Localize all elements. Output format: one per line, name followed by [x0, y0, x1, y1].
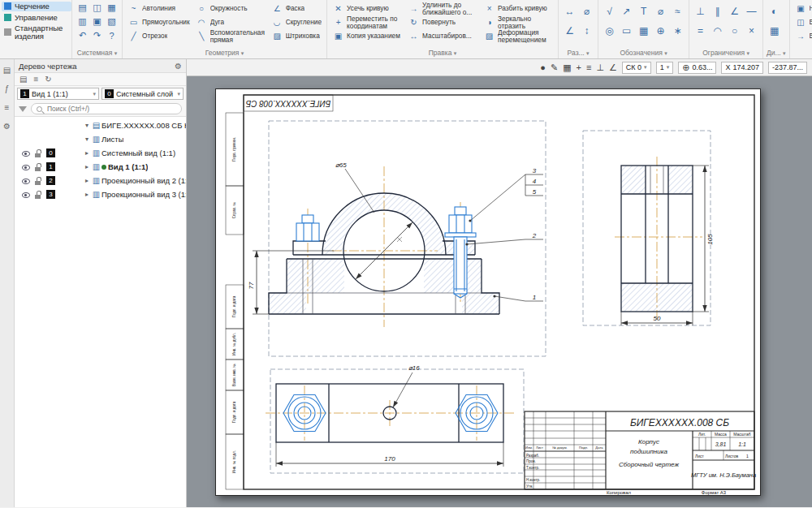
open-document-icon[interactable]: ◫ [90, 2, 104, 14]
dim-170[interactable]: 170 [384, 455, 395, 463]
y-coordinate-field[interactable]: -237.87... [768, 62, 807, 74]
tree-item-view-1[interactable]: 1 ▸ ▥ Вид 1 (1:1) [15, 160, 186, 174]
ribbon-item-scale[interactable]: ↔Масштабиров... [406, 29, 479, 43]
perpendicular-icon[interactable]: ⊥ [693, 2, 708, 20]
angle-snap-icon[interactable]: ∠ [609, 62, 617, 73]
dim-d65[interactable]: ⌀65 [335, 161, 347, 169]
callout-5[interactable]: 5 [533, 188, 537, 196]
drawing-canvas[interactable]: БИГЕ.XXXXXX.008 СБ Перв. примен. Справ. … [215, 88, 761, 496]
ribbon-item-trim-curve[interactable]: ✕Усечь кривую [330, 2, 404, 15]
equal-icon[interactable]: = [693, 21, 708, 40]
title-block[interactable]: БИГЕХХХХХХ.008 СБ Корпус подшипника Сбор… [525, 411, 756, 495]
expander-icon[interactable]: ▸ [83, 177, 91, 184]
leader-icon[interactable]: ↗ [619, 2, 634, 20]
ribbon-item-split-curve[interactable]: ×Разбить кривую [482, 2, 555, 15]
tab-management[interactable]: Управление [2, 13, 71, 23]
tree-item-projection-view-2[interactable]: 2 ▸ ▥ Проекционный вид 2 (1:1 [15, 174, 186, 187]
ribbon-item-view-from-model[interactable]: ◫Вид с модели... [793, 15, 812, 29]
visibility-eye-icon[interactable] [22, 191, 30, 198]
layers-icon[interactable]: ≡ [586, 62, 591, 72]
ribbon-item-new-view[interactable]: ▣Новый вид [793, 2, 812, 15]
callout-2[interactable]: 2 [532, 232, 537, 239]
datum-icon[interactable]: ◎ [602, 21, 617, 40]
measure-icon[interactable]: ◐ [767, 2, 782, 20]
drawing-sheet[interactable]: БИГЕ.XXXXXX.008 СБ Перв. примен. Справ. … [215, 88, 761, 496]
expander-icon[interactable]: ▾ [83, 136, 91, 143]
undo-icon[interactable]: ↶ [76, 29, 89, 41]
help-icon[interactable]: ? [105, 29, 119, 41]
grid-icon[interactable]: ▦ [563, 62, 571, 73]
tab-drawing[interactable]: Черчение [2, 2, 71, 11]
fix-icon[interactable]: × [744, 21, 759, 40]
ribbon-item-segment[interactable]: ╱Отрезок [126, 29, 192, 43]
tree-structure-icon[interactable]: ▤ [19, 75, 27, 84]
ribbon-item-chamfer[interactable]: ∠Фаска [270, 2, 323, 15]
layers-panel-icon[interactable]: ≡ [5, 103, 10, 112]
ribbon-item-deform-move[interactable]: ▨Деформация перемещением [482, 29, 555, 43]
ribbon-item-hatch[interactable]: ▨Штриховка [270, 29, 323, 43]
angle-constraint-icon[interactable]: ∠ [727, 2, 742, 20]
variables-panel-icon[interactable]: ƒ [5, 84, 10, 93]
ribbon-item-move-by-coords[interactable]: +Переместить по координатам [330, 15, 404, 29]
current-layer-select[interactable]: 0 Системный слой ▾ [102, 88, 184, 100]
preview-icon[interactable]: ▣ [90, 15, 104, 28]
snap-icon[interactable]: + [577, 62, 581, 72]
dim-50[interactable]: 50 [654, 315, 661, 322]
diameter-mark-icon[interactable]: ⌀ [653, 2, 668, 20]
callout-4[interactable]: 4 [533, 178, 537, 185]
ribbon-item-view-by-arrow[interactable]: →Вид по стрелке [793, 29, 812, 43]
new-document-icon[interactable]: ▤ [76, 2, 89, 14]
wave-line-icon[interactable]: ≈ [670, 2, 685, 20]
parallel-icon[interactable]: ∥ [710, 2, 725, 20]
sheets-panel-icon[interactable]: ▤ [3, 66, 11, 75]
tree-refresh-icon[interactable]: ↻ [45, 75, 51, 84]
center-mark-icon[interactable]: ⊕ [653, 21, 668, 40]
print-icon[interactable]: ▥ [76, 15, 89, 28]
text-icon[interactable]: T [636, 2, 651, 20]
ribbon-item-fillet[interactable]: ◡Скругление [270, 15, 323, 29]
ribbon-item-arc[interactable]: ◠Дуга [194, 15, 267, 29]
dim-d16[interactable]: ⌀16 [408, 364, 420, 372]
linear-dimension-icon[interactable]: ↔ [562, 2, 577, 20]
coordinate-system-select[interactable]: СК 0 ▾ [622, 62, 651, 74]
save-icon[interactable]: ▦ [105, 2, 119, 14]
expander-icon[interactable]: ▸ [83, 163, 91, 170]
redo-icon[interactable]: ↷ [90, 29, 104, 41]
zoom-field[interactable]: ⊕ 0.63... [678, 62, 716, 74]
horizontal-icon[interactable]: — [744, 2, 759, 20]
properties-icon[interactable]: ▧ [105, 15, 119, 28]
record-snap-icon[interactable]: ● [540, 62, 546, 72]
tolerance-frame-icon[interactable]: ▭ [619, 21, 634, 40]
lock-icon[interactable] [35, 177, 41, 185]
angular-dimension-icon[interactable]: ∠ [562, 21, 577, 40]
search-box[interactable] [31, 103, 182, 114]
dim-77[interactable]: 77 [248, 282, 255, 289]
visibility-eye-icon[interactable] [22, 149, 30, 157]
lock-icon[interactable] [35, 149, 41, 157]
group-label-notation[interactable]: Обозначения ▾ [602, 49, 685, 58]
group-label-dimensions[interactable]: Раз... ▾ [562, 49, 594, 58]
group-label-views[interactable]: Виды ▾ [793, 49, 812, 58]
current-view-select[interactable]: 1 Вид 1 (1:1) ▾ [17, 88, 99, 100]
group-label-system[interactable]: Системная ▾ [76, 49, 119, 58]
ribbon-item-circle[interactable]: ○Окружность [194, 2, 267, 15]
expander-icon[interactable]: ▸ [83, 191, 91, 198]
visibility-eye-icon[interactable] [22, 177, 30, 184]
callout-1[interactable]: 1 [533, 294, 536, 301]
visibility-eye-icon[interactable] [22, 163, 30, 170]
tree-sheets-item[interactable]: ▾ ▥ Листы [15, 132, 186, 146]
lock-icon[interactable] [35, 191, 41, 199]
ribbon-item-rotate[interactable]: ↻Повернуть [406, 15, 479, 29]
group-label-geometry[interactable]: Геометрия ▾ [126, 49, 323, 58]
tangent-icon[interactable]: ◠ [710, 21, 725, 40]
ribbon-item-autoline[interactable]: ~Автолиния [126, 2, 192, 15]
tree-item-system-view[interactable]: 0 ▸ ▥ Системный вид (1:1) [15, 146, 186, 160]
group-label-edit[interactable]: Правка ▾ [330, 49, 555, 58]
marking-icon[interactable]: ∗ [670, 21, 685, 40]
ribbon-item-mirror[interactable]: ◑Зеркально отразить [482, 15, 555, 29]
lock-icon[interactable] [35, 163, 41, 171]
diameter-dimension-icon[interactable]: ⌀ [579, 2, 594, 20]
search-input[interactable] [45, 104, 176, 114]
tree-root-item[interactable]: ▾ ▤ БИГЕ.XXXXXX.008 СБ Кор... [15, 118, 186, 132]
ribbon-item-copy-by-point[interactable]: ▣Копия указанием [330, 29, 404, 43]
